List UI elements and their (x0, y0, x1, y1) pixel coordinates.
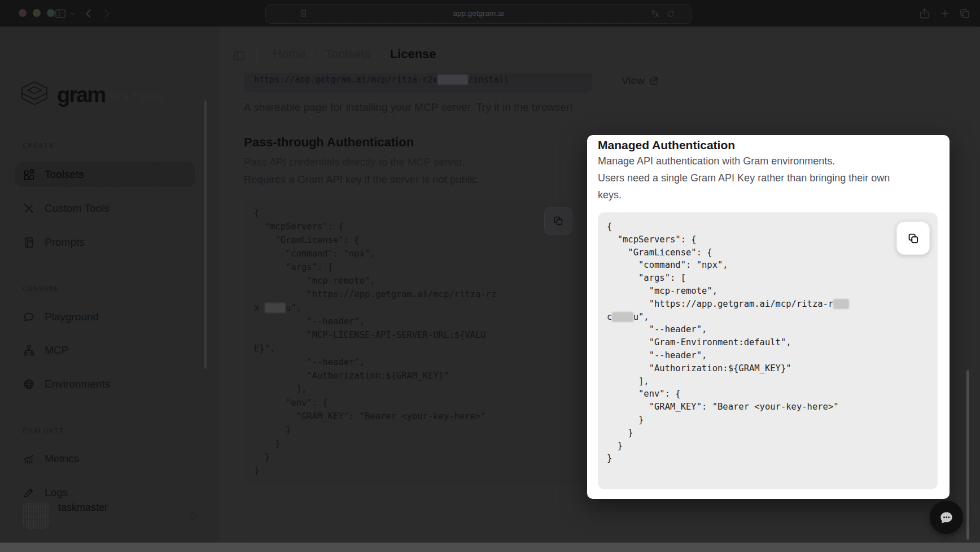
sidebar-item-label: Prompts (45, 236, 85, 249)
view-button[interactable]: View (622, 75, 659, 87)
sidebar-item-environments[interactable]: Environments (15, 372, 195, 397)
sidebar-item-label: Toolsets (45, 168, 84, 181)
section-label-evaluate: EVALUATE (23, 427, 65, 435)
fullscreen-button[interactable] (47, 9, 55, 17)
page-scrollbar[interactable] (966, 370, 969, 540)
sidebar-item-label: Playground (45, 311, 99, 323)
minimize-button[interactable] (33, 9, 41, 17)
copy-button[interactable] (544, 207, 572, 235)
url-text: app.getgram.ai (266, 9, 691, 18)
custom-tools-icon (23, 202, 35, 215)
sidebar-toggle-icon[interactable] (54, 7, 67, 20)
reload-icon[interactable] (666, 9, 676, 19)
passthrough-title: Pass-through Authentication (244, 135, 414, 150)
panel-desc-line: Manage API authentication with Gram envi… (598, 155, 835, 167)
passthrough-desc-1: Pass API credentials directly to the MCP… (244, 156, 465, 168)
panel-desc-line: Users need a single Gram API Key rather … (598, 172, 890, 184)
sidebar-item-custom-tools[interactable]: Custom Tools (15, 196, 195, 221)
sidebar-item-label: Environments (45, 378, 110, 390)
managed-auth-panel: Managed Authentication Manage API authen… (587, 135, 950, 499)
passthrough-code-block: { "mcpServers": { "GramLicense": { "comm… (244, 199, 583, 485)
url-bar[interactable]: app.getgram.ai (265, 4, 692, 24)
sidebar: gram v0.8.7 (beta) CREATE Toolsets Custo… (0, 27, 220, 542)
sidebar-item-label: Logs (45, 486, 68, 499)
passthrough-desc-2: Requires a Gram API key if the server is… (244, 173, 480, 186)
translate-icon[interactable] (650, 9, 660, 19)
copy-icon (907, 232, 920, 245)
sidebar-item-prompts[interactable]: Prompts (15, 230, 195, 255)
share-icon[interactable] (918, 7, 931, 20)
view-label: View (622, 75, 645, 87)
user-name: taskmaster (58, 502, 108, 514)
managed-auth-code: { "mcpServers": { "GramLicense": { "comm… (607, 220, 849, 465)
gram-logo-icon (19, 80, 50, 110)
panel-toggle-icon[interactable] (233, 49, 245, 62)
breadcrumb-home[interactable]: Home (273, 47, 306, 62)
passthrough-code: { "mcpServers": { "GramLicense": { "comm… (254, 206, 496, 477)
toolsets-icon (23, 168, 35, 181)
chevron-up-down-icon (186, 509, 199, 521)
copy-button[interactable] (896, 221, 930, 255)
breadcrumb-separator: / (314, 47, 317, 62)
sidebar-item-metrics[interactable]: Metrics (15, 446, 195, 471)
chevron-down-icon[interactable] (69, 10, 77, 23)
close-button[interactable] (19, 9, 27, 17)
breadcrumb: Home / Toolsets / License (273, 47, 436, 62)
avatar (23, 502, 50, 529)
sidebar-item-playground[interactable]: Playground (15, 305, 195, 329)
copy-icon (553, 215, 564, 227)
forward-icon[interactable] (100, 7, 113, 20)
breadcrumb-separator: / (379, 47, 382, 62)
back-icon[interactable] (82, 7, 95, 20)
browser-window: app.getgram.ai gram v0.8.7 (beta) CREA (0, 0, 980, 552)
user-org: Ritza (58, 516, 78, 526)
chat-widget-button[interactable] (930, 501, 963, 534)
sidebar-item-label: Custom Tools (45, 202, 110, 215)
environments-icon (23, 378, 35, 390)
tabs-icon[interactable] (959, 7, 971, 20)
panel-title: Managed Authentication (598, 138, 735, 152)
section-label-consume: CONSUME (23, 284, 59, 293)
version-label: v0.8.7 (beta) (111, 92, 164, 103)
install-url-box: https://app.getgram.ai/mcp/ritza-r2x▒▒▒▒… (244, 73, 592, 93)
sidebar-item-mcp[interactable]: MCP (15, 338, 195, 363)
browser-chrome: app.getgram.ai (0, 0, 980, 27)
logo-wordmark: gram (57, 83, 105, 107)
logs-icon (23, 486, 35, 499)
page-header: Home / Toolsets / License (220, 27, 980, 73)
prompts-icon (23, 236, 35, 249)
breadcrumb-toolsets[interactable]: Toolsets (325, 47, 371, 62)
playground-icon (23, 311, 35, 323)
breadcrumb-license: License (390, 47, 436, 62)
shareable-description: A shareable page for installing your MCP… (244, 101, 573, 114)
app-logo[interactable]: gram v0.8.7 (beta) (19, 80, 164, 110)
chat-bubble-icon (938, 509, 955, 526)
sidebar-scrollbar[interactable] (204, 101, 207, 369)
new-tab-icon[interactable] (939, 7, 951, 20)
panel-desc-line: keys. (598, 189, 622, 201)
section-label-create: CREATE (23, 141, 54, 150)
install-url: https://app.getgram.ai/mcp/ritza-r2x▒▒▒▒… (254, 75, 509, 85)
sidebar-item-label: Metrics (45, 453, 79, 465)
metrics-icon (23, 453, 35, 465)
managed-auth-code-block: { "mcpServers": { "GramLicense": { "comm… (598, 212, 938, 489)
account-switcher[interactable]: taskmaster Ritza (23, 502, 203, 529)
sidebar-item-label: MCP (45, 344, 68, 357)
header-divider (256, 48, 257, 63)
window-bottom-edge (0, 542, 980, 552)
mcp-icon (23, 344, 35, 357)
sidebar-item-toolsets[interactable]: Toolsets (15, 162, 195, 187)
external-link-icon (649, 76, 659, 86)
